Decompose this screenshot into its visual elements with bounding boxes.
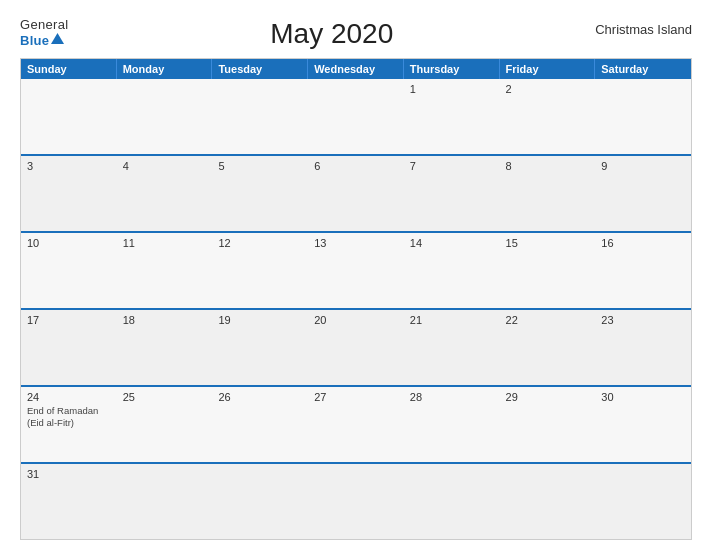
day-number: 13	[314, 237, 398, 249]
calendar-cell: 10	[21, 233, 117, 308]
calendar-cell: 20	[308, 310, 404, 385]
calendar-cell: 15	[500, 233, 596, 308]
day-number: 27	[314, 391, 398, 403]
calendar-cell: 30	[595, 387, 691, 462]
calendar-cell: 5	[212, 156, 308, 231]
day-number: 30	[601, 391, 685, 403]
logo-general-text: General	[20, 18, 68, 32]
day-number: 31	[27, 468, 111, 480]
calendar-cell: 8	[500, 156, 596, 231]
calendar-page: General Blue May 2020 Christmas Island S…	[0, 0, 712, 550]
calendar-row: 3456789	[21, 154, 691, 231]
day-number: 7	[410, 160, 494, 172]
calendar-cell: 24End of Ramadan (Eid al-Fitr)	[21, 387, 117, 462]
calendar-cell: 9	[595, 156, 691, 231]
day-number: 19	[218, 314, 302, 326]
calendar-cell: 11	[117, 233, 213, 308]
day-number: 4	[123, 160, 207, 172]
calendar-cell: 21	[404, 310, 500, 385]
calendar-cell	[117, 464, 213, 539]
day-number: 5	[218, 160, 302, 172]
calendar-cell: 25	[117, 387, 213, 462]
day-number: 25	[123, 391, 207, 403]
day-number: 9	[601, 160, 685, 172]
logo-blue-text: Blue	[20, 34, 49, 48]
calendar-body: 123456789101112131415161718192021222324E…	[21, 79, 691, 539]
calendar-header: Sunday Monday Tuesday Wednesday Thursday…	[21, 59, 691, 79]
logo-triangle-icon	[51, 32, 64, 45]
calendar-cell	[212, 79, 308, 154]
calendar-cell: 4	[117, 156, 213, 231]
day-number: 26	[218, 391, 302, 403]
calendar-row: 31	[21, 462, 691, 539]
day-number: 12	[218, 237, 302, 249]
calendar-cell: 28	[404, 387, 500, 462]
calendar-cell: 6	[308, 156, 404, 231]
header-friday: Friday	[500, 59, 596, 79]
svg-marker-0	[51, 33, 64, 44]
calendar-cell	[308, 464, 404, 539]
calendar-cell: 27	[308, 387, 404, 462]
day-number: 29	[506, 391, 590, 403]
calendar-cell: 12	[212, 233, 308, 308]
header-tuesday: Tuesday	[212, 59, 308, 79]
calendar-cell	[404, 464, 500, 539]
location-label: Christmas Island	[595, 18, 692, 37]
calendar-row: 12	[21, 79, 691, 154]
header-wednesday: Wednesday	[308, 59, 404, 79]
calendar-grid: Sunday Monday Tuesday Wednesday Thursday…	[20, 58, 692, 540]
calendar-cell: 22	[500, 310, 596, 385]
calendar-cell	[595, 79, 691, 154]
day-number: 6	[314, 160, 398, 172]
calendar-cell: 1	[404, 79, 500, 154]
day-number: 11	[123, 237, 207, 249]
day-number: 16	[601, 237, 685, 249]
day-number: 22	[506, 314, 590, 326]
calendar-cell: 31	[21, 464, 117, 539]
calendar-row: 24End of Ramadan (Eid al-Fitr)2526272829…	[21, 385, 691, 462]
calendar-cell: 13	[308, 233, 404, 308]
day-number: 20	[314, 314, 398, 326]
calendar-cell: 3	[21, 156, 117, 231]
calendar-cell: 26	[212, 387, 308, 462]
calendar-cell: 7	[404, 156, 500, 231]
day-number: 17	[27, 314, 111, 326]
day-number: 8	[506, 160, 590, 172]
calendar-cell	[117, 79, 213, 154]
day-number: 24	[27, 391, 111, 403]
calendar-cell: 16	[595, 233, 691, 308]
day-number: 15	[506, 237, 590, 249]
calendar-cell	[500, 464, 596, 539]
day-number: 21	[410, 314, 494, 326]
header-monday: Monday	[117, 59, 213, 79]
header: General Blue May 2020 Christmas Island	[20, 18, 692, 50]
day-number: 23	[601, 314, 685, 326]
calendar-cell	[212, 464, 308, 539]
calendar-cell: 18	[117, 310, 213, 385]
calendar-row: 10111213141516	[21, 231, 691, 308]
event-label: End of Ramadan (Eid al-Fitr)	[27, 405, 111, 430]
calendar-row: 17181920212223	[21, 308, 691, 385]
calendar-cell	[595, 464, 691, 539]
calendar-cell: 17	[21, 310, 117, 385]
calendar-cell: 19	[212, 310, 308, 385]
month-title: May 2020	[68, 18, 595, 50]
calendar-cell	[21, 79, 117, 154]
logo: General Blue	[20, 18, 68, 50]
day-number: 18	[123, 314, 207, 326]
calendar-cell: 2	[500, 79, 596, 154]
calendar-cell: 23	[595, 310, 691, 385]
day-number: 28	[410, 391, 494, 403]
header-sunday: Sunday	[21, 59, 117, 79]
day-number: 2	[506, 83, 590, 95]
calendar-cell: 29	[500, 387, 596, 462]
header-thursday: Thursday	[404, 59, 500, 79]
day-number: 10	[27, 237, 111, 249]
calendar-cell: 14	[404, 233, 500, 308]
header-saturday: Saturday	[595, 59, 691, 79]
day-number: 14	[410, 237, 494, 249]
calendar-cell	[308, 79, 404, 154]
day-number: 3	[27, 160, 111, 172]
day-number: 1	[410, 83, 494, 95]
